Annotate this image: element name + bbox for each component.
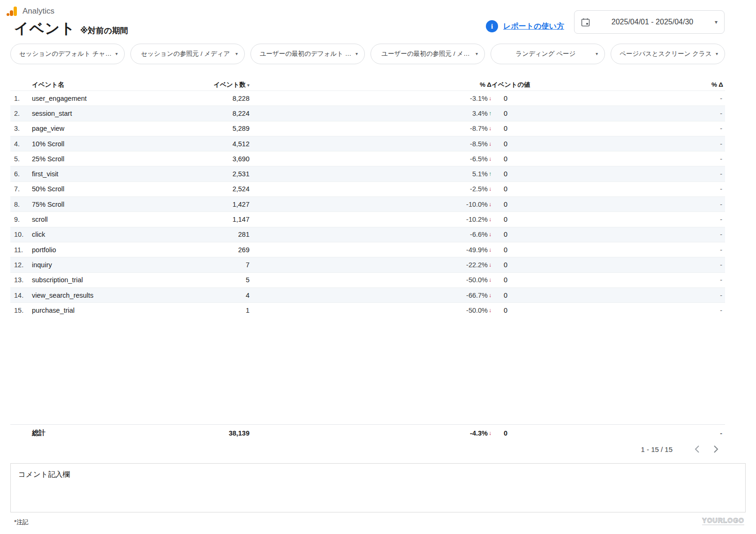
total-pct-delta-2: -: [703, 429, 725, 437]
brand-label: Analytics: [23, 7, 54, 16]
pct-delta-2: -: [703, 292, 725, 299]
table-row: 5. 25% Scroll 3,690 -6.5%↓ 0 -: [10, 151, 725, 166]
help-area: i レポートの使い方: [486, 20, 564, 32]
pct-delta-2: -: [703, 125, 725, 132]
event-count: 1,427: [196, 201, 251, 208]
event-name: 25% Scroll: [32, 155, 196, 163]
chevron-down-icon: ▾: [235, 52, 238, 56]
event-count: 5,289: [196, 125, 251, 132]
table-row: 2. session_start 8,224 3.4%↑ 0 -: [10, 105, 725, 120]
filter-chip[interactable]: ユーザーの最初のデフォルト … ▾: [250, 44, 365, 64]
chevron-down-icon: ▾: [355, 52, 358, 56]
event-value: 0: [491, 231, 507, 238]
chevron-down-icon: ▾: [596, 52, 598, 56]
event-name: inquiry: [32, 261, 196, 269]
table-row: 13. subscription_trial 5 -50.0%↓ 0 -: [10, 272, 725, 287]
table-empty-space: [10, 317, 725, 424]
event-count: 2,531: [196, 170, 251, 178]
event-rank: 7.: [10, 185, 32, 193]
event-count: 3,690: [196, 155, 251, 163]
table-row: 1. user_engagement 8,228 -3.1%↓ 0 -: [10, 90, 725, 105]
table-row: 9. scroll 1,147 -10.2%↓ 0 -: [10, 211, 725, 226]
event-value: 0: [491, 246, 507, 254]
event-rank: 5.: [10, 155, 32, 163]
table-header-row: イベント名 イベント数▾ % Δ イベントの値 % Δ: [10, 79, 725, 90]
filter-chip-label: ユーザーの最初の参照元 / メ…: [378, 50, 474, 58]
pct-delta-2: -: [703, 231, 725, 238]
info-icon[interactable]: i: [486, 20, 498, 32]
event-count: 1: [196, 307, 251, 314]
pct-delta-2: -: [703, 185, 725, 193]
event-name: 10% Scroll: [32, 140, 196, 148]
table-row: 10. click 281 -6.6%↓ 0 -: [10, 227, 725, 242]
next-page-button[interactable]: [709, 443, 722, 456]
report-page: Analytics イベント ※対前の期間 i レポートの使い方 2025/04…: [0, 0, 756, 534]
filter-chip-label: ランディング ページ: [498, 50, 594, 58]
total-label: 総計: [32, 429, 196, 437]
filter-chip[interactable]: ランディング ページ ▾: [491, 44, 605, 64]
pct-delta: -2.5%: [470, 185, 488, 193]
pct-delta: -50.0%: [466, 307, 488, 314]
pct-delta-2: -: [703, 276, 725, 284]
report-help-link[interactable]: レポートの使い方: [503, 22, 564, 31]
filter-chip-label: セッションの参照元 / メディア: [137, 50, 234, 58]
table-body: 1. user_engagement 8,228 -3.1%↓ 0 - 2. s…: [10, 90, 725, 317]
event-value: 0: [491, 276, 507, 284]
column-header-event-value: イベントの値: [491, 81, 703, 89]
pct-delta-2: -: [703, 246, 725, 254]
pct-delta: -10.2%: [466, 216, 488, 223]
filter-chip[interactable]: セッションのデフォルト チャ… ▾: [10, 44, 125, 64]
event-count: 269: [196, 246, 251, 254]
event-name: session_start: [32, 110, 196, 117]
chevron-down-icon: ▾: [476, 52, 478, 56]
table-row: 15. purchase_trial 1 -50.0%↓ 0 -: [10, 302, 725, 317]
column-header-pct-delta-2: % Δ: [703, 81, 725, 88]
pct-delta-2: -: [703, 95, 725, 102]
filter-chip[interactable]: セッションの参照元 / メディア ▾: [130, 44, 245, 64]
event-count: 1,147: [196, 216, 251, 223]
google-analytics-logo-icon: [7, 6, 19, 17]
event-value: 0: [491, 155, 507, 163]
pct-delta: -50.0%: [466, 276, 488, 284]
title-row: イベント ※対前の期間: [14, 19, 128, 38]
event-name: page_view: [32, 125, 196, 132]
filter-chip[interactable]: ユーザーの最初の参照元 / メ… ▾: [370, 44, 485, 64]
watermark-logo: YOURLOGO: [702, 517, 744, 525]
event-value: 0: [491, 216, 507, 223]
chevron-down-icon: ▾: [115, 52, 118, 56]
table-row: 6. first_visit 2,531 5.1%↑ 0 -: [10, 166, 725, 181]
table-total-row: 総計 38,139 -4.3%↓ 0 -: [10, 424, 725, 441]
event-rank: 12.: [10, 261, 32, 269]
sort-descending-icon: ▾: [247, 83, 249, 88]
event-value: 0: [491, 95, 507, 102]
event-name: 75% Scroll: [32, 201, 196, 208]
previous-page-button[interactable]: [690, 443, 703, 456]
pct-delta-2: -: [703, 261, 725, 269]
column-header-event-count[interactable]: イベント数▾: [196, 81, 251, 89]
comment-input[interactable]: コメント記入欄: [10, 463, 746, 512]
pagination-label: 1 - 15 / 15: [641, 445, 673, 453]
event-value: 0: [491, 185, 507, 193]
event-name: 50% Scroll: [32, 185, 196, 193]
event-name: click: [32, 231, 196, 238]
event-name: first_visit: [32, 170, 196, 178]
pct-delta: 5.1%: [472, 170, 488, 178]
table-row: 4. 10% Scroll 4,512 -8.5%↓ 0 -: [10, 136, 725, 151]
event-value: 0: [491, 307, 507, 314]
page-subtitle: ※対前の期間: [80, 25, 128, 36]
pct-delta: -6.5%: [470, 155, 488, 163]
event-rank: 11.: [10, 246, 32, 254]
pct-delta: -22.2%: [466, 261, 488, 269]
filter-chip[interactable]: ページパスとスクリーン クラス ▾: [611, 44, 725, 64]
event-value: 0: [491, 292, 507, 299]
brand-bar: Analytics: [7, 6, 54, 17]
total-pct-delta: -4.3%: [470, 429, 488, 437]
date-range-picker[interactable]: 2025/04/01 - 2025/04/30 ▾: [574, 10, 725, 34]
event-value: 0: [491, 110, 507, 117]
pct-delta: -6.6%: [470, 231, 488, 238]
pct-delta-2: -: [703, 201, 725, 208]
page-title: イベント: [14, 19, 76, 38]
events-table: イベント名 イベント数▾ % Δ イベントの値 % Δ 1. user_enga…: [10, 79, 725, 457]
column-header-pct-delta: % Δ: [448, 81, 491, 88]
filter-chip-label: セッションのデフォルト チャ…: [17, 50, 113, 58]
